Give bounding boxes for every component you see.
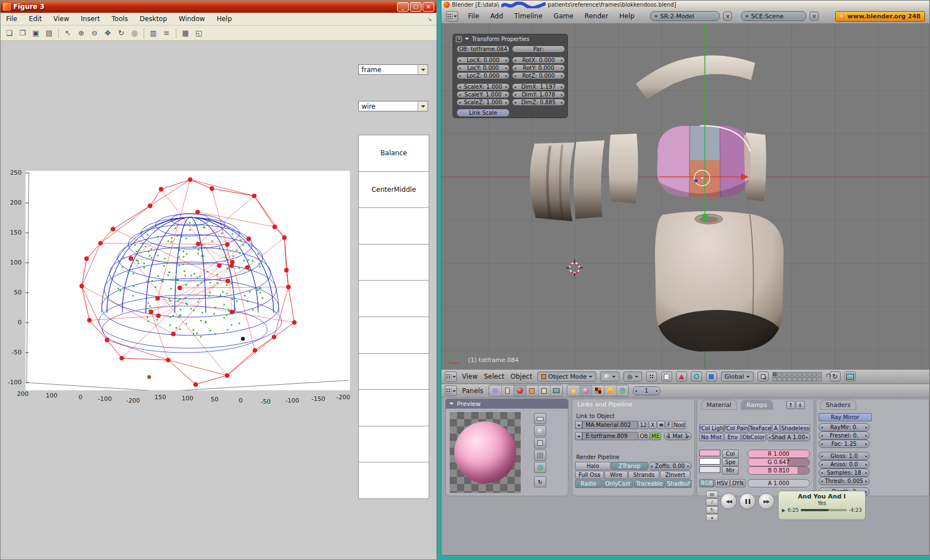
ob-name-field[interactable]: OB: totframe.084 [456, 45, 510, 53]
layer-cell[interactable] [787, 377, 792, 381]
texture-buttons-button[interactable] [592, 385, 604, 396]
layer-cell[interactable] [782, 372, 787, 376]
menu-help[interactable]: Help [216, 15, 233, 23]
draw-type-dropdown[interactable] [600, 371, 619, 381]
raymir-field[interactable]: RayMir: 0. [819, 423, 870, 431]
wire-toggle[interactable]: Wire [604, 471, 628, 479]
thresh-field[interactable]: Thresh: 0.005 [819, 477, 870, 485]
shading-context-button[interactable] [514, 385, 526, 396]
layer-cell[interactable] [782, 377, 787, 381]
menu-edit[interactable]: Edit [28, 15, 43, 23]
aniso-field[interactable]: Aniso: 0.0 [819, 460, 870, 469]
tab-shaders[interactable]: Shaders [820, 400, 856, 410]
material-name-field[interactable]: MA:Material.002 [582, 421, 638, 429]
dropdown-arrow-icon[interactable] [418, 65, 428, 74]
screen-selector[interactable]: SR:2-Model [650, 11, 720, 21]
layer-cell[interactable] [787, 372, 792, 376]
radiosity-buttons-button[interactable] [604, 385, 616, 396]
specular-color-swatch[interactable] [699, 458, 720, 465]
object-context-button[interactable] [526, 385, 538, 396]
editing-context-button[interactable] [538, 385, 550, 396]
save-icon[interactable]: ▣ [30, 27, 42, 39]
layer-cell[interactable] [792, 372, 797, 376]
hsv-button[interactable]: HSV [715, 479, 730, 487]
data-cursor-icon[interactable]: ◎ [129, 27, 140, 39]
gloss-field[interactable]: Gloss: 1.0 [819, 452, 870, 460]
preview-cube-button[interactable] [534, 437, 546, 449]
vcol-light-toggle[interactable]: VCol Light [699, 424, 724, 432]
menu-game[interactable]: Game [552, 12, 575, 20]
layer-cell[interactable] [802, 377, 807, 381]
scalez-field[interactable]: ScaleZ: 1.000 [456, 99, 510, 106]
layer-cell[interactable] [812, 372, 817, 376]
preview-panel-header[interactable]: Preview [445, 399, 568, 409]
layer-cell[interactable] [797, 372, 802, 376]
preview-world-button[interactable] [534, 462, 546, 473]
buttons-editor-type-dropdown[interactable] [445, 385, 457, 396]
collapse-icon[interactable] [449, 403, 454, 407]
dimy-field[interactable]: DimY: 1.078 [512, 91, 565, 98]
obcolor-toggle[interactable]: ObColor [741, 433, 766, 441]
layer-cell[interactable] [807, 377, 812, 381]
list-item[interactable] [358, 389, 429, 426]
material-buttons-button[interactable] [580, 385, 592, 396]
print-icon[interactable]: ▤ [43, 27, 55, 39]
dimx-field[interactable]: DimX: 1.197 [512, 83, 565, 90]
manipulator-translate-button[interactable] [676, 371, 687, 381]
mesh-object-middle-slab[interactable] [609, 134, 638, 203]
menu-view[interactable]: View [52, 15, 70, 23]
transform-properties-panel[interactable]: × Transform Properties OB: totframe.084 … [453, 34, 568, 118]
dropdown-arrow-icon[interactable] [418, 101, 428, 111]
nodes-button[interactable]: Nod [673, 421, 686, 429]
zoom-out-icon[interactable]: ⊖ [89, 27, 100, 39]
scene-selector[interactable]: SCE:Scene [741, 11, 806, 21]
scene-delete-button[interactable]: × [810, 12, 819, 21]
manipulator-hand-button[interactable] [661, 371, 672, 381]
menu-object[interactable]: Object [510, 373, 533, 380]
layer-cell[interactable] [773, 377, 777, 381]
menu-file[interactable]: File [467, 12, 480, 20]
ray-mirror-toggle[interactable]: Ray Mirror [819, 413, 872, 421]
auto-name-button[interactable] [657, 421, 665, 429]
ob-link-button[interactable]: OB [638, 432, 649, 440]
layer-cell[interactable] [792, 377, 797, 381]
layer-cell[interactable] [817, 377, 822, 381]
mesh-object-pink-selected[interactable] [655, 124, 752, 199]
material-browse-dropdown[interactable] [575, 421, 582, 429]
collapse-icon[interactable] [465, 38, 469, 42]
no-mist-toggle[interactable]: No Mist [699, 433, 724, 441]
scalex-field[interactable]: ScaleX: 1.000 [456, 83, 510, 90]
frame-dropdown[interactable]: frame [358, 64, 428, 75]
layer-cell[interactable] [777, 377, 782, 381]
list-item[interactable] [358, 353, 429, 390]
screen-delete-button[interactable]: × [723, 12, 732, 21]
gadget-music-button[interactable]: ♪ [706, 498, 718, 506]
list-item[interactable] [358, 207, 429, 245]
wire-dropdown[interactable]: wire [358, 101, 428, 111]
r-slider[interactable]: R 1.000 [748, 450, 810, 458]
texface-toggle[interactable]: TexFace [749, 424, 771, 432]
edit-pointer-icon[interactable]: ↖ [62, 27, 74, 39]
3d-viewport[interactable]: (1) totframe.084 × Transform Properties … [441, 24, 929, 369]
fresnel-field[interactable]: Fresnel: 0. [819, 431, 870, 440]
manipulator-scale-button[interactable] [706, 371, 717, 381]
halo-toggle[interactable]: Halo [575, 462, 611, 470]
tab-ramps[interactable]: Ramps [741, 400, 773, 410]
rotx-field[interactable]: RotX: 0.000 [512, 57, 565, 64]
preview-flat-button[interactable] [534, 413, 546, 424]
spe-button[interactable]: Spe [722, 458, 739, 466]
traceable-toggle[interactable]: Traceable [634, 480, 665, 488]
layer-cell[interactable] [817, 372, 822, 376]
lamp-buttons-button[interactable] [567, 385, 580, 396]
editor-type-dropdown[interactable] [446, 11, 458, 22]
layer-cell[interactable] [807, 372, 812, 376]
list-item[interactable] [358, 244, 429, 281]
dimz-field[interactable]: DimZ: 0.885 [512, 99, 565, 106]
shadeless-toggle[interactable]: Shadeless [780, 424, 810, 432]
full-osa-toggle[interactable]: Full Osa [575, 471, 604, 479]
ztransp-toggle[interactable]: ZTransp [611, 462, 648, 470]
dyn-button[interactable]: DYN [730, 479, 745, 487]
hide-plot-tools-icon[interactable]: ▦ [180, 27, 191, 39]
rotz-field[interactable]: RotZ: 0.000 [512, 72, 565, 79]
diffuse-color-swatch[interactable] [699, 450, 720, 456]
